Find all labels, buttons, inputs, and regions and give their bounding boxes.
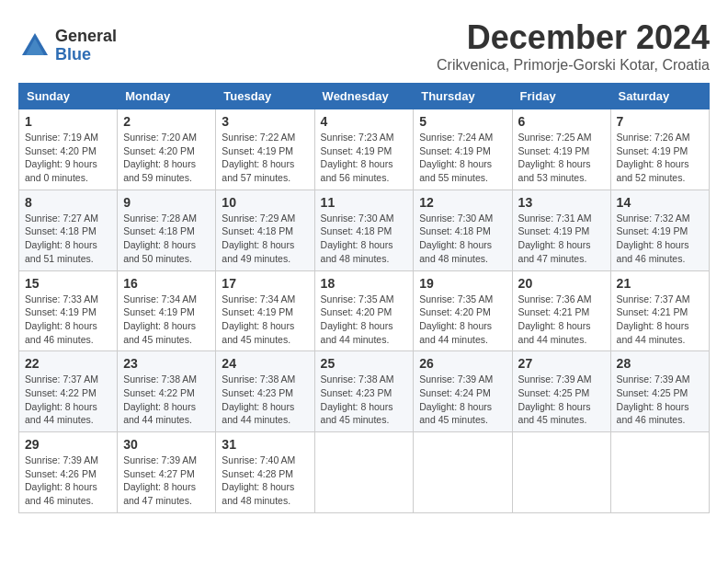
day-number: 13	[518, 195, 605, 210]
calendar-cell: 18Sunrise: 7:35 AM Sunset: 4:20 PM Dayli…	[314, 270, 414, 351]
day-info: Sunrise: 7:37 AM Sunset: 4:21 PM Dayligh…	[617, 293, 703, 347]
day-info: Sunrise: 7:39 AM Sunset: 4:25 PM Dayligh…	[518, 373, 605, 427]
day-info: Sunrise: 7:22 AM Sunset: 4:19 PM Dayligh…	[222, 131, 308, 185]
calendar-cell: 9Sunrise: 7:28 AM Sunset: 4:18 PM Daylig…	[118, 190, 216, 270]
calendar-cell: 11Sunrise: 7:30 AM Sunset: 4:18 PM Dayli…	[314, 190, 414, 270]
column-header-monday: Monday	[118, 84, 216, 109]
day-number: 2	[123, 114, 210, 129]
logo-text: General Blue	[55, 28, 117, 64]
calendar-cell: 24Sunrise: 7:38 AM Sunset: 4:23 PM Dayli…	[216, 351, 314, 432]
day-number: 21	[617, 276, 703, 291]
calendar-cell	[314, 432, 414, 513]
day-info: Sunrise: 7:28 AM Sunset: 4:18 PM Dayligh…	[123, 212, 210, 266]
day-info: Sunrise: 7:23 AM Sunset: 4:19 PM Dayligh…	[321, 131, 408, 185]
calendar-cell: 14Sunrise: 7:32 AM Sunset: 4:19 PM Dayli…	[610, 190, 709, 270]
month-title: December 2024	[437, 18, 710, 57]
calendar-cell: 7Sunrise: 7:26 AM Sunset: 4:19 PM Daylig…	[610, 109, 709, 190]
calendar-cell: 2Sunrise: 7:20 AM Sunset: 4:20 PM Daylig…	[118, 109, 216, 190]
day-info: Sunrise: 7:19 AM Sunset: 4:20 PM Dayligh…	[25, 131, 111, 185]
calendar-cell: 16Sunrise: 7:34 AM Sunset: 4:19 PM Dayli…	[118, 270, 216, 351]
day-info: Sunrise: 7:33 AM Sunset: 4:19 PM Dayligh…	[25, 293, 111, 347]
calendar-cell: 23Sunrise: 7:38 AM Sunset: 4:22 PM Dayli…	[118, 351, 216, 432]
day-info: Sunrise: 7:39 AM Sunset: 4:24 PM Dayligh…	[419, 373, 506, 427]
day-number: 14	[617, 195, 703, 210]
day-info: Sunrise: 7:34 AM Sunset: 4:19 PM Dayligh…	[123, 293, 210, 347]
day-info: Sunrise: 7:34 AM Sunset: 4:19 PM Dayligh…	[222, 293, 308, 347]
logo-icon	[18, 29, 51, 63]
calendar-week-row: 8Sunrise: 7:27 AM Sunset: 4:18 PM Daylig…	[19, 190, 710, 270]
day-number: 12	[419, 195, 506, 210]
day-number: 10	[222, 195, 308, 210]
day-number: 22	[25, 356, 111, 371]
calendar-cell: 17Sunrise: 7:34 AM Sunset: 4:19 PM Dayli…	[216, 270, 314, 351]
calendar-cell: 31Sunrise: 7:40 AM Sunset: 4:28 PM Dayli…	[216, 432, 314, 513]
day-number: 1	[25, 114, 111, 129]
day-number: 6	[518, 114, 605, 129]
logo-general-label: General	[55, 28, 117, 46]
column-header-saturday: Saturday	[610, 84, 709, 109]
calendar-cell: 12Sunrise: 7:30 AM Sunset: 4:18 PM Dayli…	[414, 190, 512, 270]
day-number: 8	[25, 195, 111, 210]
day-number: 25	[321, 356, 408, 371]
day-info: Sunrise: 7:37 AM Sunset: 4:22 PM Dayligh…	[25, 373, 111, 427]
day-info: Sunrise: 7:31 AM Sunset: 4:19 PM Dayligh…	[518, 212, 605, 266]
location-subtitle: Crikvenica, Primorje-Gorski Kotar, Croat…	[437, 57, 710, 74]
day-info: Sunrise: 7:25 AM Sunset: 4:19 PM Dayligh…	[518, 131, 605, 185]
day-number: 24	[222, 356, 308, 371]
calendar-cell: 20Sunrise: 7:36 AM Sunset: 4:21 PM Dayli…	[512, 270, 610, 351]
logo-blue-label: Blue	[55, 46, 117, 64]
calendar-header-row: SundayMondayTuesdayWednesdayThursdayFrid…	[19, 84, 710, 109]
calendar-cell: 15Sunrise: 7:33 AM Sunset: 4:19 PM Dayli…	[19, 270, 118, 351]
day-info: Sunrise: 7:26 AM Sunset: 4:19 PM Dayligh…	[617, 131, 703, 185]
calendar-cell: 10Sunrise: 7:29 AM Sunset: 4:18 PM Dayli…	[216, 190, 314, 270]
day-info: Sunrise: 7:30 AM Sunset: 4:18 PM Dayligh…	[321, 212, 408, 266]
calendar-cell	[610, 432, 709, 513]
day-number: 20	[518, 276, 605, 291]
day-number: 18	[321, 276, 408, 291]
day-info: Sunrise: 7:40 AM Sunset: 4:28 PM Dayligh…	[222, 454, 308, 508]
calendar-cell: 5Sunrise: 7:24 AM Sunset: 4:19 PM Daylig…	[414, 109, 512, 190]
logo: General Blue	[18, 28, 117, 64]
day-number: 15	[25, 276, 111, 291]
calendar-cell: 28Sunrise: 7:39 AM Sunset: 4:25 PM Dayli…	[610, 351, 709, 432]
calendar-cell: 3Sunrise: 7:22 AM Sunset: 4:19 PM Daylig…	[216, 109, 314, 190]
calendar-cell: 1Sunrise: 7:19 AM Sunset: 4:20 PM Daylig…	[19, 109, 118, 190]
title-section: December 2024 Crikvenica, Primorje-Gorsk…	[437, 18, 710, 74]
calendar-cell: 30Sunrise: 7:39 AM Sunset: 4:27 PM Dayli…	[118, 432, 216, 513]
day-number: 16	[123, 276, 210, 291]
day-number: 19	[419, 276, 506, 291]
calendar-cell	[414, 432, 512, 513]
calendar-week-row: 29Sunrise: 7:39 AM Sunset: 4:26 PM Dayli…	[19, 432, 710, 513]
calendar-cell: 26Sunrise: 7:39 AM Sunset: 4:24 PM Dayli…	[414, 351, 512, 432]
day-info: Sunrise: 7:39 AM Sunset: 4:25 PM Dayligh…	[617, 373, 703, 427]
day-number: 11	[321, 195, 408, 210]
calendar-cell: 22Sunrise: 7:37 AM Sunset: 4:22 PM Dayli…	[19, 351, 118, 432]
calendar-week-row: 22Sunrise: 7:37 AM Sunset: 4:22 PM Dayli…	[19, 351, 710, 432]
day-info: Sunrise: 7:29 AM Sunset: 4:18 PM Dayligh…	[222, 212, 308, 266]
column-header-sunday: Sunday	[19, 84, 118, 109]
day-number: 17	[222, 276, 308, 291]
calendar-cell	[512, 432, 610, 513]
day-number: 7	[617, 114, 703, 129]
day-info: Sunrise: 7:36 AM Sunset: 4:21 PM Dayligh…	[518, 293, 605, 347]
column-header-wednesday: Wednesday	[314, 84, 414, 109]
calendar-cell: 19Sunrise: 7:35 AM Sunset: 4:20 PM Dayli…	[414, 270, 512, 351]
day-info: Sunrise: 7:35 AM Sunset: 4:20 PM Dayligh…	[419, 293, 506, 347]
calendar-cell: 29Sunrise: 7:39 AM Sunset: 4:26 PM Dayli…	[19, 432, 118, 513]
day-number: 9	[123, 195, 210, 210]
day-info: Sunrise: 7:27 AM Sunset: 4:18 PM Dayligh…	[25, 212, 111, 266]
day-info: Sunrise: 7:39 AM Sunset: 4:27 PM Dayligh…	[123, 454, 210, 508]
day-info: Sunrise: 7:30 AM Sunset: 4:18 PM Dayligh…	[419, 212, 506, 266]
calendar-week-row: 15Sunrise: 7:33 AM Sunset: 4:19 PM Dayli…	[19, 270, 710, 351]
day-number: 27	[518, 356, 605, 371]
column-header-tuesday: Tuesday	[216, 84, 314, 109]
day-number: 23	[123, 356, 210, 371]
calendar-cell: 13Sunrise: 7:31 AM Sunset: 4:19 PM Dayli…	[512, 190, 610, 270]
day-number: 4	[321, 114, 408, 129]
column-header-friday: Friday	[512, 84, 610, 109]
day-info: Sunrise: 7:20 AM Sunset: 4:20 PM Dayligh…	[123, 131, 210, 185]
day-number: 26	[419, 356, 506, 371]
day-info: Sunrise: 7:38 AM Sunset: 4:23 PM Dayligh…	[321, 373, 408, 427]
calendar-cell: 27Sunrise: 7:39 AM Sunset: 4:25 PM Dayli…	[512, 351, 610, 432]
day-info: Sunrise: 7:39 AM Sunset: 4:26 PM Dayligh…	[25, 454, 111, 508]
